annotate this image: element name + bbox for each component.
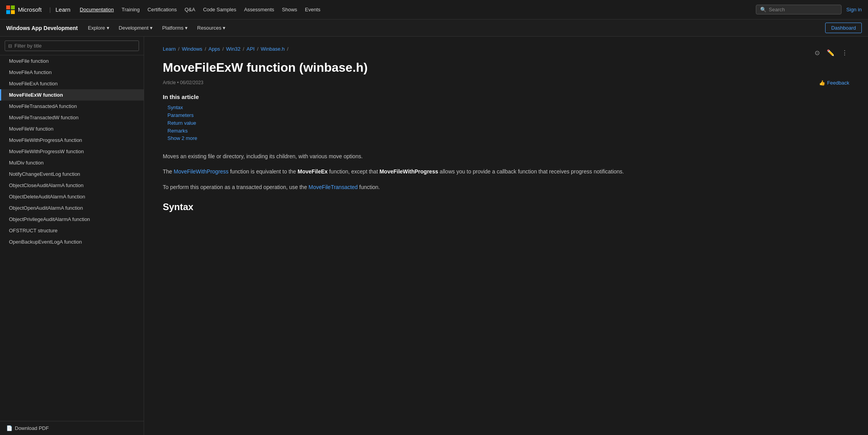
main-layout: ⊟ MoveFile function MoveFileA function M… (0, 37, 868, 435)
download-pdf-link[interactable]: 📄 Download PDF (6, 425, 137, 431)
dashboard-button[interactable]: Dashboard (825, 23, 862, 33)
breadcrumb-win32[interactable]: Win32 (226, 46, 241, 52)
breadcrumb-winbaseh[interactable]: Winbase.h (261, 46, 285, 52)
secondary-nav-title: Windows App Development (6, 25, 78, 31)
sidebar-footer: 📄 Download PDF (0, 421, 144, 435)
platforms-chevron: ▾ (185, 25, 188, 31)
filter-icon: ⊟ (8, 43, 12, 49)
breadcrumb: Learn / Windows / Apps / Win32 / API / W… (163, 46, 289, 52)
nav-events[interactable]: Events (302, 5, 324, 14)
body-paragraph-1: Moves an existing file or directory, inc… (163, 152, 849, 161)
sidebar-item-muldiv[interactable]: MulDiv function (0, 157, 144, 168)
body-paragraph-2: The MoveFileWithProgress function is equ… (163, 167, 849, 177)
nav-code-samples[interactable]: Code Samples (200, 5, 239, 14)
filter-input-wrap: ⊟ (5, 41, 139, 51)
page-title: MoveFileExW function (winbase.h) (163, 60, 849, 76)
secondary-nav: Windows App Development Explore ▾ Develo… (0, 19, 868, 37)
search-box[interactable]: 🔍 (756, 5, 842, 14)
search-input[interactable] (769, 7, 837, 12)
top-nav-links: Documentation Training Certifications Q&… (77, 5, 753, 14)
feedback-thumb-icon: 👍 (819, 80, 825, 86)
sign-in-button[interactable]: Sign in (846, 7, 862, 12)
movefile-transacted-link[interactable]: MoveFileTransacted (308, 184, 357, 190)
top-nav: Microsoft | Learn Documentation Training… (0, 0, 868, 19)
theme-toggle-button[interactable]: ⊙ (813, 48, 821, 58)
sidebar-filter-area: ⊟ (0, 37, 144, 55)
resources-label: Resources (197, 25, 221, 31)
in-this-article: In this article Syntax Parameters Return… (163, 94, 849, 141)
development-menu[interactable]: Development ▾ (115, 23, 157, 32)
sidebar-item-movefileW[interactable]: MoveFileW function (0, 123, 144, 134)
feedback-link[interactable]: 👍 Feedback (819, 80, 849, 86)
sidebar-item-movefileExA[interactable]: MoveFileExA function (0, 78, 144, 89)
sidebar-item-notifyChange[interactable]: NotifyChangeEventLog function (0, 168, 144, 180)
content-area: Learn / Windows / Apps / Win32 / API / W… (144, 37, 868, 435)
nav-qanda[interactable]: Q&A (181, 5, 198, 14)
sidebar-item-objectDeleteAudit[interactable]: ObjectDeleteAuditAlarmA function (0, 191, 144, 202)
toc-syntax-link[interactable]: Syntax (167, 104, 183, 110)
breadcrumb-sep-5: / (257, 46, 259, 52)
toc-syntax: Syntax (167, 104, 849, 110)
nav-assessments[interactable]: Assessments (241, 5, 277, 14)
content-tools: ⊙ ✏️ ⋮ (813, 48, 849, 58)
sidebar-item-movefileWithProgressA[interactable]: MoveFileWithProgressA function (0, 134, 144, 146)
explore-label: Explore (88, 25, 105, 31)
breadcrumb-api[interactable]: API (246, 46, 255, 52)
article-date: Article • 06/02/2023 (163, 80, 203, 85)
syntax-section-title: Syntax (163, 202, 849, 212)
breadcrumb-sep-6: / (287, 46, 289, 52)
search-icon: 🔍 (760, 7, 766, 12)
breadcrumb-windows[interactable]: Windows (182, 46, 202, 52)
nav-documentation[interactable]: Documentation (77, 5, 117, 14)
microsoft-logo[interactable]: Microsoft (6, 5, 42, 14)
download-pdf-label: Download PDF (15, 425, 49, 431)
ms-logo-grid (6, 5, 15, 14)
sidebar-item-movefile[interactable]: MoveFile function (0, 55, 144, 67)
sidebar-item-movefileExW[interactable]: MoveFileExW function (0, 89, 144, 101)
movefile-with-progress-link[interactable]: MoveFileWithProgress (174, 168, 229, 175)
breadcrumb-apps[interactable]: Apps (208, 46, 220, 52)
sidebar-item-movefileTransactedA[interactable]: MoveFileTransactedA function (0, 101, 144, 112)
sidebar-item-ofstruct[interactable]: OFSTRUCT structure (0, 225, 144, 236)
toc-parameters: Parameters (167, 112, 849, 118)
breadcrumb-sep-1: / (178, 46, 180, 52)
content-header-row: Learn / Windows / Apps / Win32 / API / W… (163, 46, 849, 58)
edit-button[interactable]: ✏️ (825, 48, 836, 58)
sidebar-item-openBackupEventLog[interactable]: OpenBackupEventLogA function (0, 236, 144, 248)
explore-menu[interactable]: Explore ▾ (84, 23, 113, 32)
top-nav-right: 🔍 Sign in (756, 5, 862, 14)
sidebar-item-movefileA[interactable]: MoveFileA function (0, 67, 144, 78)
nav-training[interactable]: Training (118, 5, 143, 14)
sidebar-item-objectPrivilegeAudit[interactable]: ObjectPrivilegeAuditAlarmA function (0, 214, 144, 225)
platforms-menu[interactable]: Platforms ▾ (158, 23, 192, 32)
show-more-link[interactable]: Show 2 more (163, 135, 197, 141)
nav-divider: | (49, 7, 51, 13)
platforms-label: Platforms (162, 25, 183, 31)
breadcrumb-learn[interactable]: Learn (163, 46, 176, 52)
more-options-button[interactable]: ⋮ (840, 48, 849, 58)
resources-menu[interactable]: Resources ▾ (193, 23, 229, 32)
toc-remarks-link[interactable]: Remarks (167, 128, 188, 134)
toc-return-value-link[interactable]: Return value (167, 120, 196, 126)
sidebar-item-objectCloseAudit[interactable]: ObjectCloseAuditAlarmA function (0, 180, 144, 191)
learn-brand[interactable]: Learn (55, 6, 70, 13)
sidebar-item-movefileWithProgressW[interactable]: MoveFileWithProgressW function (0, 146, 144, 157)
pdf-icon: 📄 (6, 425, 12, 431)
body-paragraph-3: To perform this operation as a transacte… (163, 183, 849, 192)
in-this-article-title: In this article (163, 94, 849, 100)
breadcrumb-sep-3: / (222, 46, 224, 52)
feedback-label: Feedback (827, 80, 849, 86)
nav-shows[interactable]: Shows (279, 5, 300, 14)
development-chevron: ▾ (150, 25, 153, 31)
filter-input[interactable] (14, 43, 136, 49)
sidebar-item-objectOpenAudit[interactable]: ObjectOpenAuditAlarmA function (0, 202, 144, 214)
toc-remarks: Remarks (167, 127, 849, 134)
microsoft-text: Microsoft (18, 6, 42, 13)
article-meta: Article • 06/02/2023 👍 Feedback (163, 80, 849, 86)
toc-return-value: Return value (167, 120, 849, 126)
nav-certifications[interactable]: Certifications (144, 5, 180, 14)
breadcrumb-sep-4: / (243, 46, 244, 52)
toc-parameters-link[interactable]: Parameters (167, 112, 194, 118)
resources-chevron: ▾ (223, 25, 225, 31)
sidebar-item-movefileTransactedW[interactable]: MoveFileTransactedW function (0, 112, 144, 123)
